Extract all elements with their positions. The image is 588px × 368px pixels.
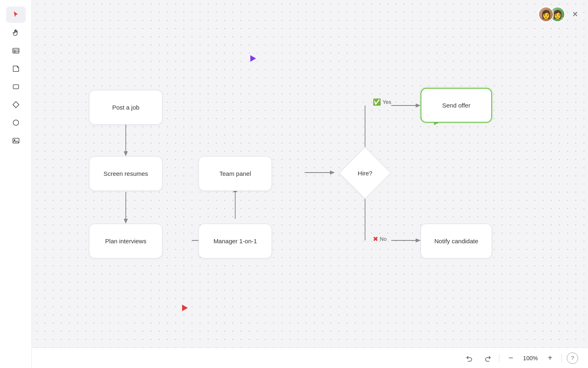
sidebar-item-hand[interactable]: [6, 25, 26, 41]
zoom-level: 100%: [522, 355, 539, 361]
undo-button[interactable]: [463, 352, 476, 365]
help-button[interactable]: ?: [567, 352, 578, 364]
node-screen-resumes[interactable]: Screen resumes: [89, 156, 163, 191]
toolbar-divider-2: [561, 354, 562, 362]
svg-marker-23: [416, 238, 421, 242]
sidebar-item-rectangle[interactable]: [6, 79, 26, 95]
online-indicator: [561, 18, 564, 21]
svg-point-5: [13, 120, 18, 125]
svg-marker-20: [416, 103, 421, 108]
sidebar-item-image[interactable]: [6, 132, 26, 149]
node-plan-interviews[interactable]: Plan interviews: [89, 224, 163, 258]
node-notify-candidate[interactable]: Notify candidate: [421, 224, 492, 258]
node-send-offer[interactable]: Send offer: [421, 88, 492, 123]
node-post-job[interactable]: Post a job: [89, 90, 163, 125]
sidebar-item-circle[interactable]: [6, 114, 26, 131]
sidebar-item-diamond[interactable]: [6, 96, 26, 113]
sidebar-item-table[interactable]: [6, 43, 26, 59]
redo-button[interactable]: [481, 352, 494, 365]
cursor-red-bottom: [182, 305, 188, 311]
svg-marker-11: [124, 219, 128, 224]
toolbar-divider-1: [499, 354, 499, 362]
sidebar: [0, 0, 32, 368]
sidebar-item-note[interactable]: [6, 61, 26, 77]
bottom-toolbar: − 100% + ?: [32, 348, 588, 368]
no-label: ✖ No: [373, 235, 387, 243]
avatar-1: 👩: [538, 7, 554, 22]
svg-rect-0: [13, 48, 19, 53]
svg-rect-4: [13, 85, 18, 89]
node-team-panel[interactable]: Team panel: [198, 156, 272, 191]
cursor-purple-top: [250, 55, 256, 62]
flow-canvas[interactable]: Post a job Screen resumes Plan interview…: [32, 0, 588, 348]
node-manager-1on1[interactable]: Manager 1-on-1: [198, 224, 272, 258]
node-hire-decision[interactable]: Hire?: [342, 155, 388, 191]
top-right-controls: 👩 👩 ✕: [538, 7, 581, 22]
zoom-out-button[interactable]: −: [504, 352, 517, 365]
yes-label: ✅ Yes: [373, 98, 391, 106]
svg-marker-17: [330, 171, 335, 175]
avatar-group: 👩 👩: [538, 7, 565, 22]
svg-marker-9: [124, 151, 128, 156]
sidebar-item-pointer[interactable]: [6, 7, 26, 23]
zoom-in-button[interactable]: +: [543, 352, 557, 365]
close-button[interactable]: ✕: [568, 8, 581, 21]
